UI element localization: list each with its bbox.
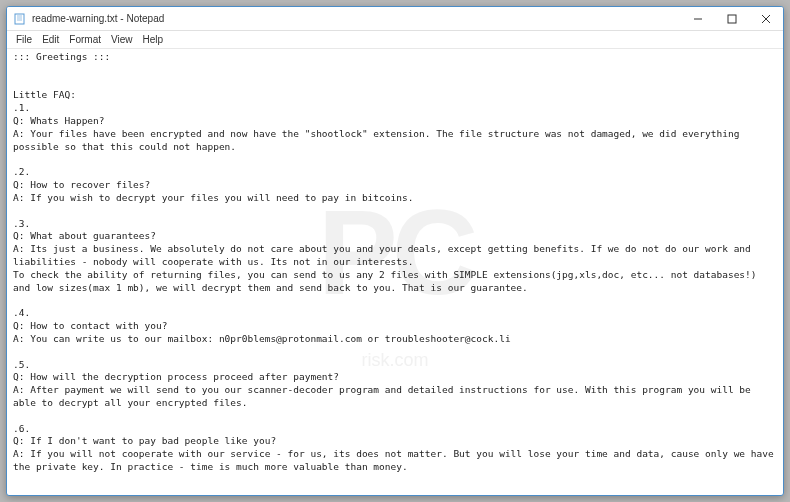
q4-a: A: You can write us to our mailbox: n0pr…: [13, 333, 511, 344]
menu-help[interactable]: Help: [138, 33, 169, 46]
notepad-icon: [13, 12, 27, 26]
q6-num: .6.: [13, 423, 30, 434]
q1-q: Q: Whats Happen?: [13, 115, 105, 126]
watermark-sub: risk.com: [318, 349, 473, 373]
q4-num: .4.: [13, 307, 30, 318]
minimize-button[interactable]: [681, 7, 715, 30]
faq-header: Little FAQ:: [13, 89, 76, 100]
q3-num: .3.: [13, 218, 30, 229]
maximize-button[interactable]: [715, 7, 749, 30]
close-button[interactable]: [749, 7, 783, 30]
q1-a: A: Your files have been encrypted and no…: [13, 128, 745, 152]
window-title: readme-warning.txt - Notepad: [32, 13, 681, 24]
q2-q: Q: How to recover files?: [13, 179, 150, 190]
q5-a: A: After payment we will send to you our…: [13, 384, 757, 408]
greeting-line: ::: Greetings :::: [13, 51, 110, 62]
q1-num: .1.: [13, 102, 30, 113]
q6-a: A: If you will not cooperate with our se…: [13, 448, 779, 472]
notepad-window: readme-warning.txt - Notepad File Edit F…: [6, 6, 784, 496]
text-content-area[interactable]: ::: Greetings ::: Little FAQ: .1. Q: Wha…: [7, 49, 783, 495]
q3-a1: A: Its just a business. We absolutely do…: [13, 243, 757, 267]
svg-rect-0: [15, 14, 24, 24]
q3-a2: To check the ability of returning files,…: [13, 269, 762, 293]
svg-rect-5: [728, 15, 736, 23]
window-controls: [681, 7, 783, 30]
menu-edit[interactable]: Edit: [37, 33, 64, 46]
menu-file[interactable]: File: [11, 33, 37, 46]
q2-num: .2.: [13, 166, 30, 177]
q2-a: A: If you wish to decrypt your files you…: [13, 192, 413, 203]
menubar: File Edit Format View Help: [7, 31, 783, 49]
q5-num: .5.: [13, 359, 30, 370]
q6-q: Q: If I don't want to pay bad people lik…: [13, 435, 276, 446]
q5-q: Q: How will the decryption process proce…: [13, 371, 339, 382]
q4-q: Q: How to contact with you?: [13, 320, 167, 331]
titlebar[interactable]: readme-warning.txt - Notepad: [7, 7, 783, 31]
menu-format[interactable]: Format: [64, 33, 106, 46]
q3-q: Q: What about guarantees?: [13, 230, 156, 241]
menu-view[interactable]: View: [106, 33, 138, 46]
